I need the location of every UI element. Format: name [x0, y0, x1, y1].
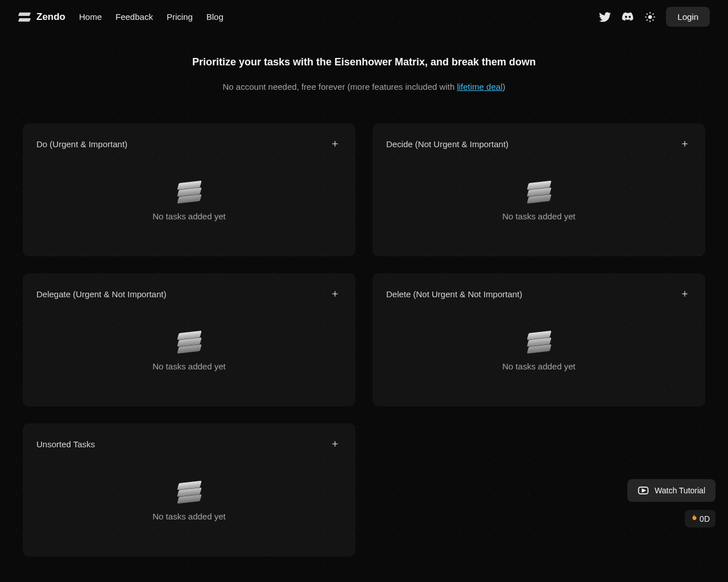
- empty-stack-icon: [178, 332, 201, 352]
- card-do: Do (Urgent & Important) No tasks added y…: [23, 123, 355, 256]
- card-delete: Delete (Not Urgent & Not Important) No t…: [373, 273, 705, 406]
- twitter-icon[interactable]: [599, 11, 611, 23]
- youtube-icon: [638, 485, 649, 496]
- nav-blog[interactable]: Blog: [206, 12, 224, 22]
- nav-home[interactable]: Home: [79, 12, 102, 22]
- plus-icon: [330, 289, 340, 298]
- plus-icon: [330, 139, 340, 148]
- add-task-delete-button[interactable]: [678, 287, 692, 301]
- empty-stack-icon: [178, 182, 201, 202]
- empty-stack-icon: [178, 482, 201, 502]
- empty-stack-icon: [528, 332, 551, 352]
- hero: Prioritize your tasks with the Eisenhowe…: [0, 34, 728, 123]
- svg-line-8: [653, 14, 653, 14]
- add-task-unsorted-button[interactable]: [328, 437, 342, 451]
- theme-toggle-icon[interactable]: [644, 11, 656, 23]
- logo-icon: [18, 11, 31, 23]
- card-delegate: Delegate (Urgent & Not Important) No tas…: [23, 273, 355, 406]
- empty-text: No tasks added yet: [152, 361, 225, 371]
- subtitle-suffix: ): [502, 82, 505, 92]
- lifetime-deal-link[interactable]: lifetime deal: [457, 82, 502, 92]
- empty-text: No tasks added yet: [502, 211, 575, 221]
- brand-name: Zendo: [36, 11, 65, 23]
- logo[interactable]: Zendo: [18, 11, 65, 23]
- matrix-grid: Do (Urgent & Important) No tasks added y…: [0, 123, 728, 579]
- fire-icon: [690, 514, 698, 523]
- empty-text: No tasks added yet: [152, 211, 225, 221]
- card-unsorted: Unsorted Tasks No tasks added yet: [23, 423, 355, 556]
- floating-actions: Watch Tutorial 0D: [627, 479, 715, 527]
- svg-line-3: [647, 14, 647, 14]
- watch-tutorial-button[interactable]: Watch Tutorial: [627, 479, 715, 502]
- card-delete-title: Delete (Not Urgent & Not Important): [386, 289, 522, 299]
- login-button[interactable]: Login: [666, 7, 710, 27]
- watch-tutorial-label: Watch Tutorial: [655, 486, 705, 495]
- page-title: Prioritize your tasks with the Eisenhowe…: [11, 56, 717, 68]
- header: Zendo Home Feedback Pricing Blog Login: [0, 0, 728, 34]
- streak-value: 0D: [700, 514, 710, 523]
- card-unsorted-title: Unsorted Tasks: [36, 439, 95, 449]
- plus-icon: [680, 289, 689, 298]
- svg-line-4: [653, 19, 653, 20]
- plus-icon: [680, 139, 689, 148]
- streak-badge[interactable]: 0D: [685, 510, 715, 527]
- empty-text: No tasks added yet: [152, 512, 225, 521]
- empty-text: No tasks added yet: [502, 361, 575, 371]
- card-decide: Decide (Not Urgent & Important) No tasks…: [373, 123, 705, 256]
- add-task-decide-button[interactable]: [678, 137, 692, 151]
- add-task-delegate-button[interactable]: [328, 287, 342, 301]
- plus-icon: [330, 439, 340, 448]
- card-do-title: Do (Urgent & Important): [36, 139, 127, 149]
- svg-line-7: [647, 19, 647, 20]
- card-delegate-title: Delegate (Urgent & Not Important): [36, 289, 166, 299]
- svg-marker-20: [642, 489, 645, 492]
- header-actions: Login: [599, 7, 710, 27]
- svg-point-0: [648, 15, 652, 19]
- page-subtitle: No account needed, free forever (more fe…: [11, 82, 717, 92]
- subtitle-prefix: No account needed, free forever (more fe…: [223, 82, 457, 92]
- nav: Home Feedback Pricing Blog: [79, 12, 224, 22]
- card-decide-title: Decide (Not Urgent & Important): [386, 139, 508, 149]
- add-task-do-button[interactable]: [328, 137, 342, 151]
- nav-feedback[interactable]: Feedback: [115, 12, 153, 22]
- empty-stack-icon: [528, 182, 551, 202]
- discord-icon[interactable]: [622, 11, 634, 23]
- nav-pricing[interactable]: Pricing: [167, 12, 193, 22]
